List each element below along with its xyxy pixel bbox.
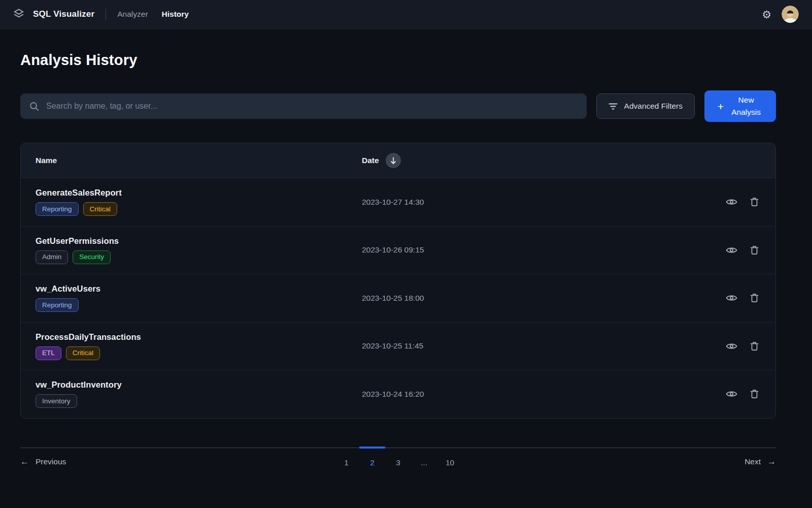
page-title: Analysis History <box>20 52 776 69</box>
delete-button[interactable] <box>750 389 759 399</box>
tag: ETL <box>36 346 61 360</box>
history-table: Name Date GenerateSalesReport ReportingC… <box>20 143 776 419</box>
name-cell: vw_ProductInventory Inventory <box>21 380 362 408</box>
app-title: SQL Visualizer <box>33 9 94 19</box>
plus-icon: + <box>718 101 724 112</box>
new-analysis-label: New Analysis <box>729 94 763 118</box>
arrow-right-icon: → <box>767 457 776 466</box>
column-header-date-label: Date <box>362 156 379 165</box>
analysis-date: 2023-10-25 11:45 <box>362 341 726 351</box>
search-input[interactable] <box>46 102 578 111</box>
table-row: vw_ActiveUsers Reporting 2023-10-25 18:0… <box>21 274 775 322</box>
tag-list: ReportingCritical <box>36 202 362 216</box>
eye-icon <box>726 390 737 398</box>
view-button[interactable] <box>726 390 737 398</box>
table-row: ProcessDailyTransactions ETLCritical 202… <box>21 322 775 370</box>
tag-list: Inventory <box>36 394 362 408</box>
previous-label: Previous <box>36 457 66 466</box>
trash-icon <box>750 197 759 207</box>
table-body: GenerateSalesReport ReportingCritical 20… <box>21 178 775 418</box>
column-header-name: Name <box>21 156 362 165</box>
analysis-date: 2023-10-26 09:15 <box>362 245 726 255</box>
next-label: Next <box>745 457 761 466</box>
delete-button[interactable] <box>750 293 759 303</box>
name-cell: ProcessDailyTransactions ETLCritical <box>21 332 362 360</box>
row-actions <box>726 341 775 351</box>
analysis-name: vw_ActiveUsers <box>36 284 362 294</box>
analysis-date: 2023-10-25 18:00 <box>362 294 726 303</box>
analysis-name: vw_ProductInventory <box>36 380 362 390</box>
nav-divider <box>106 9 106 20</box>
tag: Reporting <box>36 298 79 312</box>
analysis-name: GenerateSalesReport <box>36 188 362 198</box>
arrow-down-icon <box>390 157 397 165</box>
eye-icon <box>726 342 737 351</box>
view-button[interactable] <box>726 246 737 255</box>
page-list: 123...10 <box>337 457 459 467</box>
main-content: Analysis History Advanced Filters + New … <box>20 52 776 466</box>
trash-icon <box>750 293 759 303</box>
tag-list: AdminSecurity <box>36 250 362 264</box>
tag-list: Reporting <box>36 298 362 312</box>
arrow-left-icon: ← <box>20 457 29 466</box>
row-actions <box>726 389 775 399</box>
tag: Critical <box>66 346 100 360</box>
analysis-date: 2023-10-27 14:30 <box>362 198 726 207</box>
page-button[interactable]: 1 <box>337 457 356 467</box>
analysis-name: ProcessDailyTransactions <box>36 332 362 342</box>
tag: Admin <box>36 250 68 264</box>
nav-link-analyzer[interactable]: Analyzer <box>117 10 148 19</box>
delete-button[interactable] <box>750 341 759 351</box>
page-button[interactable]: ... <box>415 457 433 467</box>
trash-icon <box>750 389 759 399</box>
advanced-filters-button[interactable]: Advanced Filters <box>596 93 695 119</box>
nav-link-history[interactable]: History <box>162 10 189 19</box>
delete-button[interactable] <box>750 197 759 207</box>
analysis-date: 2023-10-24 16:20 <box>362 390 726 399</box>
name-cell: vw_ActiveUsers Reporting <box>21 284 362 312</box>
tag: Inventory <box>36 394 77 408</box>
analysis-name: GetUserPermissions <box>36 236 362 246</box>
view-button[interactable] <box>726 342 737 351</box>
previous-page-button[interactable]: ← Previous <box>20 457 66 466</box>
tag: Security <box>73 250 111 264</box>
trash-icon <box>750 245 759 255</box>
name-cell: GenerateSalesReport ReportingCritical <box>21 188 362 216</box>
top-nav: SQL Visualizer Analyzer History ⚙ <box>0 0 812 29</box>
tag: Critical <box>83 202 117 216</box>
eye-icon <box>726 198 737 206</box>
table-header: Name Date <box>21 143 775 178</box>
eye-icon <box>726 246 737 255</box>
toolbar: Advanced Filters + New Analysis <box>20 90 776 122</box>
next-page-button[interactable]: Next → <box>745 457 776 466</box>
tag-list: ETLCritical <box>36 346 362 360</box>
layers-icon <box>12 8 25 21</box>
name-cell: GetUserPermissions AdminSecurity <box>21 236 362 264</box>
filter-icon <box>608 103 618 110</box>
row-actions <box>726 197 775 207</box>
search-icon <box>29 101 40 112</box>
advanced-filters-label: Advanced Filters <box>624 102 683 111</box>
page-button[interactable]: 3 <box>389 457 408 467</box>
trash-icon <box>750 341 759 351</box>
avatar[interactable] <box>782 6 799 23</box>
pagination: ← Previous 123...10 Next → <box>20 448 776 466</box>
new-analysis-button[interactable]: + New Analysis <box>704 90 776 122</box>
view-button[interactable] <box>726 294 737 302</box>
delete-button[interactable] <box>750 245 759 255</box>
gear-icon[interactable]: ⚙ <box>762 9 771 20</box>
search-box[interactable] <box>20 93 587 119</box>
tag: Reporting <box>36 202 79 216</box>
row-actions <box>726 245 775 255</box>
row-actions <box>726 293 775 303</box>
table-row: vw_ProductInventory Inventory 2023-10-24… <box>21 370 775 418</box>
page-button[interactable]: 10 <box>441 457 459 467</box>
eye-icon <box>726 294 737 302</box>
table-row: GenerateSalesReport ReportingCritical 20… <box>21 178 775 226</box>
view-button[interactable] <box>726 198 737 206</box>
column-header-date: Date <box>362 153 401 168</box>
page-button[interactable]: 2 <box>363 457 382 467</box>
table-row: GetUserPermissions AdminSecurity 2023-10… <box>21 226 775 274</box>
sort-date-button[interactable] <box>386 153 401 168</box>
